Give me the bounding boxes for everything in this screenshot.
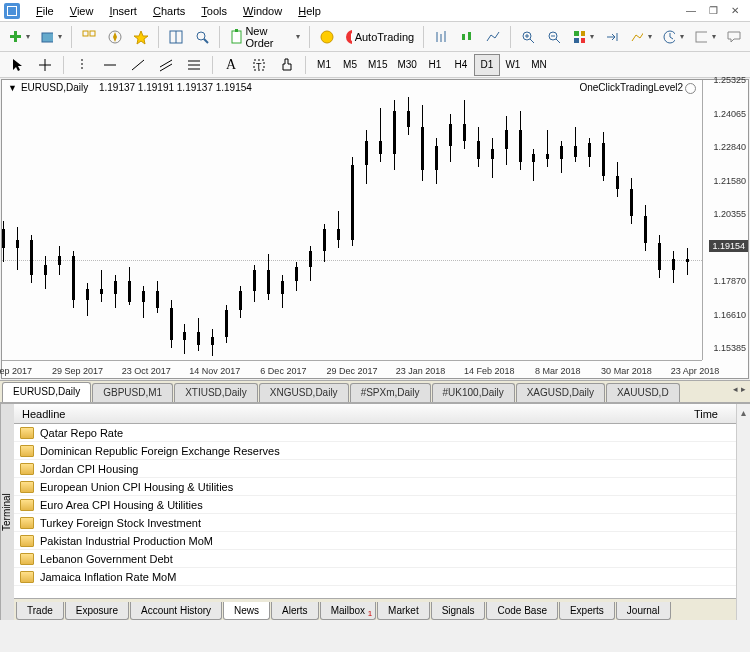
- channel-button[interactable]: [153, 54, 179, 76]
- scroll-icon: [572, 29, 585, 45]
- news-row[interactable]: Pakistan Industrial Production MoM: [14, 532, 736, 550]
- terminal-tab-code-base[interactable]: Code Base: [486, 602, 557, 620]
- ytick: 1.15385: [713, 343, 746, 353]
- timeframe-h1[interactable]: H1: [422, 54, 448, 76]
- symbol-tab[interactable]: XAUUSD,D: [606, 383, 680, 402]
- text-label-button[interactable]: T: [246, 54, 272, 76]
- app-icon: [4, 3, 20, 19]
- news-row[interactable]: Dominican Republic Foreign Exchange Rese…: [14, 442, 736, 460]
- news-row[interactable]: Jordan CPI Housing: [14, 460, 736, 478]
- terminal-tab-trade[interactable]: Trade: [16, 602, 64, 620]
- chat-button[interactable]: [722, 25, 746, 49]
- menu-tools[interactable]: Tools: [193, 2, 235, 20]
- candles-icon: [459, 29, 475, 45]
- menu-file[interactable]: File: [28, 2, 62, 20]
- terminal-tab-market[interactable]: Market: [377, 602, 430, 620]
- zoom-out-button[interactable]: [542, 25, 566, 49]
- market-watch-button[interactable]: [77, 25, 101, 49]
- fibo-button[interactable]: [181, 54, 207, 76]
- terminal-tab-alerts[interactable]: Alerts: [271, 602, 319, 620]
- menu-help[interactable]: Help: [290, 2, 329, 20]
- svg-point-8: [197, 32, 205, 40]
- new-order-button[interactable]: New Order: [225, 25, 304, 49]
- headline-column[interactable]: Headline: [14, 408, 73, 420]
- terminal-tab-experts[interactable]: Experts: [559, 602, 615, 620]
- strategy-tester-button[interactable]: [190, 25, 214, 49]
- tab-nav[interactable]: ◂ ▸: [729, 381, 750, 402]
- timeframe-m1[interactable]: M1: [311, 54, 337, 76]
- news-row[interactable]: Lebanon Government Debt: [14, 550, 736, 568]
- ytick: 1.22840: [713, 142, 746, 152]
- news-headline: Euro Area CPI Housing & Utilities: [40, 499, 203, 511]
- star-icon: [133, 29, 149, 45]
- autotrading-button[interactable]: AutoTrading: [341, 25, 418, 49]
- terminal-tab-mailbox[interactable]: Mailbox1: [320, 602, 376, 620]
- terminal-tab-signals[interactable]: Signals: [431, 602, 486, 620]
- terminal-tab-account-history[interactable]: Account History: [130, 602, 222, 620]
- zoom-in-button[interactable]: [516, 25, 540, 49]
- scroll-up-button[interactable]: ▴: [736, 404, 750, 620]
- text-button[interactable]: A: [218, 54, 244, 76]
- restore-button[interactable]: ❐: [704, 4, 722, 18]
- symbol-tab[interactable]: #SPXm,Daily: [350, 383, 431, 402]
- arrows-button[interactable]: [274, 54, 300, 76]
- windows-icon: [168, 29, 184, 45]
- timeframe-d1[interactable]: D1: [474, 54, 500, 76]
- terminal-tab-journal[interactable]: Journal: [616, 602, 671, 620]
- menu-charts[interactable]: Charts: [145, 2, 193, 20]
- timeframe-w1[interactable]: W1: [500, 54, 526, 76]
- symbol-tab[interactable]: XAGUSD,Daily: [516, 383, 605, 402]
- symbol-tab[interactable]: #UK100,Daily: [432, 383, 515, 402]
- close-button[interactable]: ✕: [726, 4, 744, 18]
- news-row[interactable]: Jamaica Inflation Rate MoM: [14, 568, 736, 586]
- profiles-button[interactable]: [36, 25, 66, 49]
- menu-view[interactable]: View: [62, 2, 102, 20]
- news-row[interactable]: Euro Area CPI Housing & Utilities: [14, 496, 736, 514]
- new-chart-button[interactable]: [4, 25, 34, 49]
- tile-windows-button[interactable]: [164, 25, 188, 49]
- terminal-tab-news[interactable]: News: [223, 602, 270, 620]
- vline-button[interactable]: [69, 54, 95, 76]
- symbol-tab[interactable]: EURUSD,Daily: [2, 382, 91, 402]
- crosshair-button[interactable]: [32, 54, 58, 76]
- xtick: 23 Apr 2018: [671, 366, 720, 376]
- timeframe-m5[interactable]: M5: [337, 54, 363, 76]
- news-row[interactable]: Qatar Repo Rate: [14, 424, 736, 442]
- terminal-tab-exposure[interactable]: Exposure: [65, 602, 129, 620]
- chevron-down-icon[interactable]: ▼: [8, 83, 17, 93]
- news-list[interactable]: Qatar Repo RateDominican Republic Foreig…: [14, 424, 736, 598]
- indicators-button[interactable]: [626, 25, 656, 49]
- templates-button[interactable]: [690, 25, 720, 49]
- auto-scroll-button[interactable]: [568, 25, 598, 49]
- terminal-side-label[interactable]: Terminal: [0, 404, 14, 620]
- ytick: 1.17870: [713, 276, 746, 286]
- terminal-button[interactable]: [129, 25, 153, 49]
- menu-insert[interactable]: Insert: [101, 2, 145, 20]
- menubar: FileViewInsertChartsToolsWindowHelp — ❐ …: [0, 0, 750, 22]
- chart-plot[interactable]: [2, 94, 702, 360]
- symbol-tab[interactable]: XNGUSD,Daily: [259, 383, 349, 402]
- symbol-tab[interactable]: GBPUSD,M1: [92, 383, 173, 402]
- minimize-button[interactable]: —: [682, 4, 700, 18]
- time-column[interactable]: Time: [694, 408, 736, 420]
- timeframe-mn[interactable]: MN: [526, 54, 552, 76]
- timeframe-m30[interactable]: M30: [392, 54, 421, 76]
- symbol-tab[interactable]: XTIUSD,Daily: [174, 383, 258, 402]
- timeframe-h4[interactable]: H4: [448, 54, 474, 76]
- cursor-button[interactable]: [4, 54, 30, 76]
- menu-window[interactable]: Window: [235, 2, 290, 20]
- metaquotes-button[interactable]: [315, 25, 339, 49]
- news-row[interactable]: Turkey Foreign Stock Investment: [14, 514, 736, 532]
- hline-button[interactable]: [97, 54, 123, 76]
- news-row[interactable]: European Union CPI Housing & Utilities: [14, 478, 736, 496]
- candle-chart-button[interactable]: [455, 25, 479, 49]
- shift-button[interactable]: [600, 25, 624, 49]
- navigator-button[interactable]: [103, 25, 127, 49]
- vline-icon: [74, 57, 90, 73]
- periods-button[interactable]: [658, 25, 688, 49]
- line-chart-button[interactable]: [481, 25, 505, 49]
- chart-area[interactable]: ▼ EURUSD,Daily 1.19137 1.19191 1.19137 1…: [1, 79, 749, 379]
- timeframe-m15[interactable]: M15: [363, 54, 392, 76]
- trendline-button[interactable]: [125, 54, 151, 76]
- bar-chart-button[interactable]: [429, 25, 453, 49]
